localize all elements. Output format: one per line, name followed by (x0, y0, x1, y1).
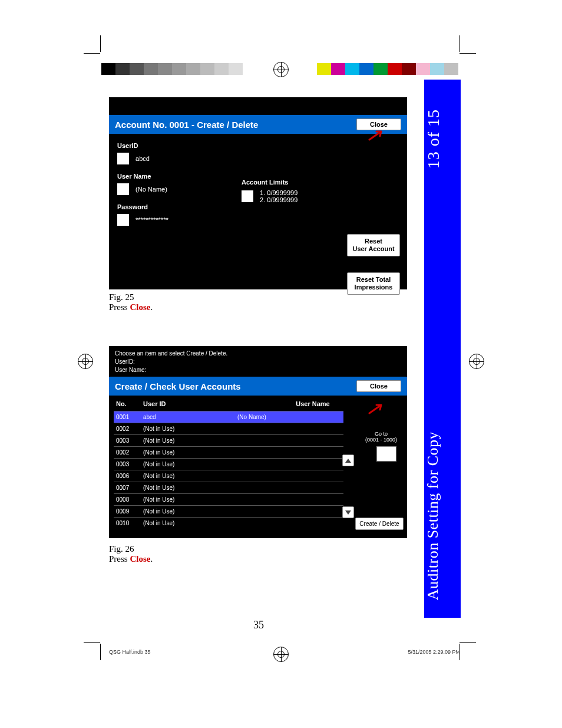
row-no: 0003 (116, 437, 143, 444)
footer-left: QSG Half.indb 35 (109, 649, 151, 655)
userid-value: abcd (135, 155, 150, 162)
goto-input[interactable] (376, 446, 396, 462)
password-field-button[interactable] (117, 214, 129, 226)
caption2-close-word: Close (130, 554, 150, 564)
row-username (237, 520, 341, 526)
col-no: No. (116, 400, 143, 407)
prehead-line1: Choose an item and select Create / Delet… (115, 350, 401, 358)
limits-line2: 2. 0/9999999 (260, 196, 297, 203)
row-userid: (Not in Use) (143, 485, 237, 491)
row-username: (No Name) (237, 414, 341, 420)
screen1-title-bar: Account No. 0001 - Create / Delete Close (109, 115, 407, 134)
close-button[interactable]: Close (356, 380, 401, 392)
figure-25-caption: Fig. 25 Press Close. (109, 292, 153, 312)
print-footer: QSG Half.indb 35 5/31/2005 2:29:09 PM (109, 649, 460, 655)
page-content: 13 of 15 Auditron Setting for Copy Accou… (109, 80, 461, 648)
row-no: 0007 (116, 485, 143, 491)
username-value: (No Name) (135, 186, 167, 193)
row-username (237, 426, 341, 432)
row-userid: (Not in Use) (143, 437, 237, 444)
row-username (237, 449, 341, 456)
row-username (237, 508, 341, 515)
screen2-title-bar: Create / Check User Accounts Close (109, 377, 407, 396)
row-userid: abcd (143, 414, 237, 420)
row-userid: (Not in Use) (143, 449, 237, 456)
table-row[interactable]: 0007(Not in Use) (114, 482, 343, 493)
username-field-button[interactable] (117, 183, 129, 195)
screenshot-account-create-delete: Account No. 0001 - Create / Delete Close… (109, 97, 407, 289)
row-no: 0006 (116, 473, 143, 479)
caption2-pre: Press (109, 554, 130, 564)
side-tab-title: Auditron Setting for Copy (424, 431, 461, 600)
row-userid: (Not in Use) (143, 426, 237, 432)
goto-label: Go to (359, 431, 404, 437)
goto-play-icon (359, 449, 367, 462)
password-value: ************* (135, 216, 168, 223)
account-limits-label: Account Limits (242, 179, 297, 186)
password-label: Password (117, 203, 399, 210)
screen1-title: Account No. 0001 - Create / Delete (115, 120, 258, 130)
row-username (237, 473, 341, 479)
table-row[interactable]: 0002(Not in Use) (114, 446, 343, 458)
row-no: 0002 (116, 426, 143, 432)
close-button[interactable]: Close (356, 118, 401, 130)
row-no: 0003 (116, 461, 143, 467)
reset-total-impressions-button[interactable]: Reset Total Impressions (347, 272, 400, 295)
figure-26-caption: Fig. 26 Press Close. (109, 544, 153, 564)
screenshot-create-check-accounts: Choose an item and select Create / Delet… (109, 346, 407, 538)
table-header: No. User ID User Name (114, 396, 402, 411)
row-userid: (Not in Use) (143, 496, 237, 503)
caption1-close-word: Close (130, 302, 150, 312)
screen2-title: Create / Check User Accounts (115, 381, 241, 391)
row-userid: (Not in Use) (143, 461, 237, 467)
prehead-line3: User Name: (115, 366, 401, 374)
red-arrow-annotation (368, 129, 386, 141)
row-no: 0009 (116, 508, 143, 515)
table-row[interactable]: 0009(Not in Use) (114, 505, 343, 517)
row-userid: (Not in Use) (143, 520, 237, 526)
table-row[interactable]: 0008(Not in Use) (114, 493, 343, 505)
row-no: 0001 (116, 414, 143, 420)
row-username (237, 461, 341, 467)
table-row[interactable]: 0003(Not in Use) (114, 434, 343, 446)
goto-range: (0001 - 1000) (359, 437, 404, 443)
page-number: 35 (109, 619, 408, 631)
table-rows: 0001abcd(No Name)0002(Not in Use)0003(No… (114, 411, 402, 529)
row-no: 0002 (116, 449, 143, 456)
limits-field-button[interactable] (242, 190, 253, 202)
row-username (237, 485, 341, 491)
goto-panel: Go to (0001 - 1000) (359, 431, 404, 464)
limits-line1: 1. 0/9999999 (260, 189, 297, 196)
row-no: 0010 (116, 520, 143, 526)
table-row[interactable]: 0006(Not in Use) (114, 470, 343, 482)
caption2-post: . (150, 554, 153, 564)
table-row[interactable]: 0001abcd(No Name) (114, 411, 343, 423)
row-userid: (Not in Use) (143, 473, 237, 479)
reset-user-account-button[interactable]: Reset User Account (347, 234, 400, 256)
footer-right: 5/31/2005 2:29:09 PM (408, 649, 460, 655)
row-username (237, 437, 341, 444)
side-tab: 13 of 15 Auditron Setting for Copy (424, 80, 461, 618)
create-delete-button[interactable]: Create / Delete (355, 518, 404, 530)
registration-mark-right (469, 354, 484, 369)
figure-26-label: Fig. 26 (109, 544, 153, 554)
table-row[interactable]: 0003(Not in Use) (114, 458, 343, 470)
col-userid: User ID (143, 400, 226, 407)
prehead-line2: UserID: (115, 358, 401, 366)
userid-label: UserID (117, 142, 399, 149)
caption1-pre: Press (109, 302, 130, 312)
row-no: 0008 (116, 496, 143, 503)
caption1-post: . (150, 302, 153, 312)
red-arrow-annotation (368, 403, 386, 414)
side-tab-page-count: 13 of 15 (424, 109, 461, 169)
userid-field-button[interactable] (117, 153, 129, 164)
scroll-down-button[interactable] (342, 506, 354, 518)
table-row[interactable]: 0010(Not in Use) (114, 517, 343, 529)
figure-25-label: Fig. 25 (109, 292, 153, 302)
screen2-preheader: Choose an item and select Create / Delet… (109, 346, 407, 377)
row-userid: (Not in Use) (143, 508, 237, 515)
table-row[interactable]: 0002(Not in Use) (114, 423, 343, 434)
scroll-up-button[interactable] (342, 454, 354, 466)
row-username (237, 496, 341, 503)
